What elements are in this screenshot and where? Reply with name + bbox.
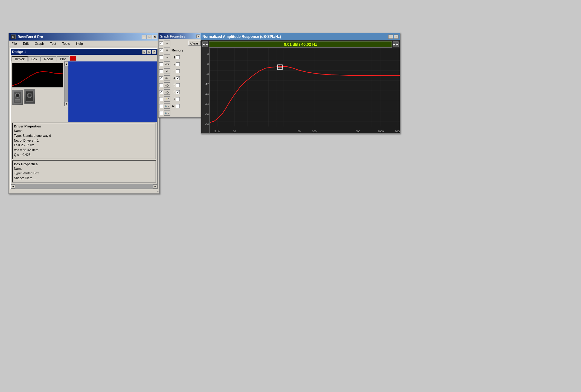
titlebar-left: B BassBox 6 Pro [11, 35, 43, 39]
vertical-scrollbar[interactable]: ▲ ▼ [64, 61, 68, 106]
maximize-button[interactable]: □ [147, 35, 152, 39]
speaker-svg [13, 91, 22, 104]
hscroll-track[interactable] [15, 184, 153, 189]
mem-check-7[interactable] [176, 97, 180, 101]
window-title: BassBox 6 Pro [18, 35, 43, 39]
gp-icon-scale[interactable]: ↕≡ [164, 54, 170, 60]
db-neg12: -12 [202, 83, 209, 86]
gp-row-7: =))- 5 [159, 82, 201, 88]
svg-rect-2 [16, 94, 19, 97]
gp-check-4[interactable] [159, 62, 163, 66]
design-close-btn[interactable]: ✕ [152, 50, 156, 54]
mem-check-1[interactable] [176, 55, 180, 59]
gp-check-9[interactable] [159, 97, 163, 101]
gp-check-5[interactable] [159, 69, 163, 73]
nar-nav-left-btn[interactable]: ◄◄ [202, 41, 208, 47]
design-title: Design 1 [12, 50, 26, 54]
color-swatch[interactable] [70, 56, 76, 61]
mem-check-5[interactable] [176, 83, 180, 87]
gp-icon-spk1[interactable]: ◉))- [164, 75, 170, 81]
menu-tools[interactable]: Tools [61, 41, 71, 46]
mem-check-all[interactable] [176, 104, 180, 108]
mem-num-1: 1 [171, 56, 175, 59]
db-neg6: -6 [202, 73, 209, 76]
gp-row-1: ✓ + Clear [159, 40, 201, 47]
gp-icon-plus[interactable]: + [164, 41, 170, 46]
freq-label-5hz: 5 Hz [215, 130, 220, 133]
menu-test[interactable]: Test [49, 41, 57, 46]
app-icon: B [11, 35, 16, 39]
gp-icon-house[interactable]: ⌂))- [164, 89, 170, 95]
db-6: 6 [202, 53, 209, 56]
preview-area: ▲ ▼ [11, 61, 68, 106]
nar-nav-right-btn[interactable]: ►► [393, 41, 399, 47]
design-copy-btn[interactable]: ⊟ [147, 50, 151, 54]
menu-file[interactable]: File [10, 41, 18, 46]
design-save-btn[interactable]: ⊡ [142, 50, 146, 54]
gp-icon-vol2[interactable]: 🔊▽ [164, 110, 170, 116]
speaker-icon-box [12, 90, 23, 105]
mem-check-2[interactable] [176, 62, 180, 66]
nar-title: Normalized Amplitude Response (dB-SPL/Hz… [202, 35, 281, 39]
db-0: 0 [202, 63, 209, 66]
nar-minimize-btn[interactable]: — [388, 35, 393, 39]
properties-area: Driver Properties Name: Type: Standard o… [11, 122, 157, 184]
gp-check-6[interactable]: ✓ [159, 76, 163, 80]
gp-check-2[interactable]: ✓ [159, 48, 163, 52]
gp-check-8[interactable]: ✓ [159, 90, 163, 94]
clear-button[interactable]: Clear [188, 41, 201, 46]
menu-help[interactable]: Help [75, 41, 84, 46]
gp-row-2: ✓ ⊞ Memory [159, 47, 201, 54]
box-type: Type: Vented Box [14, 171, 154, 176]
driver-vas: Vas = 86.42 liters [14, 148, 154, 153]
gp-icon-grid[interactable]: ⊞ [164, 48, 170, 53]
tab-driver[interactable]: Driver [11, 56, 28, 61]
tab-plot[interactable]: Plot [57, 56, 69, 61]
gp-check-11[interactable] [159, 111, 163, 115]
gp-check-10[interactable] [159, 104, 163, 108]
titlebar-buttons: — □ ✕ [142, 35, 157, 39]
gp-check-1[interactable]: ✓ [159, 41, 163, 45]
gp-check-7[interactable] [159, 83, 163, 87]
gp-icon-spk2[interactable]: =))- [164, 82, 170, 88]
graph-props-close-btn[interactable]: ✕ [196, 35, 200, 38]
freq-label-1000: 1000 [378, 130, 384, 133]
scroll-up-btn[interactable]: ▲ [64, 62, 69, 66]
tab-box[interactable]: Box [28, 56, 41, 61]
resize-grip[interactable]: // [9, 190, 159, 193]
nar-close-btn[interactable]: ✕ [394, 35, 399, 39]
mem-num-7: 7 [171, 97, 175, 101]
gp-row-4: ≡20K 2 [159, 61, 201, 68]
mem-check-6[interactable]: ✓ [176, 90, 180, 94]
memory-label: Memory [171, 49, 184, 52]
mem-num-2: 2 [171, 63, 175, 66]
menu-edit[interactable]: Edit [22, 41, 30, 46]
icon-area [12, 89, 63, 105]
db-neg30: -30 [202, 113, 209, 116]
freq-label-100: 100 [312, 130, 317, 133]
gp-icon-eq[interactable]: ⚡≡ [164, 96, 170, 102]
graph-props-content: ✓ + Clear ✓ ⊞ Memory ↕≡ 1 ≡20K 2 [159, 39, 201, 117]
db-labels: 6 0 -6 -12 -18 -24 -30 -36 [201, 48, 210, 133]
menubar: File Edit Graph Test Tools Help [9, 41, 159, 47]
scroll-thumb[interactable] [64, 66, 68, 102]
close-button[interactable]: ✕ [153, 35, 157, 39]
bassbox-titlebar: B BassBox 6 Pro — □ ✕ [9, 33, 159, 41]
scroll-down-btn[interactable]: ▼ [64, 102, 69, 106]
gp-check-3[interactable] [159, 55, 163, 59]
horizontal-scrollbar[interactable]: ◄ ► [11, 184, 157, 189]
hscroll-right-btn[interactable]: ► [153, 184, 157, 189]
gp-icon-arrow[interactable]: ↵ [164, 68, 170, 74]
hscroll-left-btn[interactable]: ◄ [11, 184, 15, 189]
driver-fs: Fs = 25.57 Hz [14, 143, 154, 148]
gp-icon-vol[interactable]: 🔊▽ [164, 103, 170, 109]
db-neg36: -36 [202, 123, 209, 126]
menu-graph[interactable]: Graph [34, 41, 45, 46]
minimize-button[interactable]: — [142, 35, 146, 39]
tab-room[interactable]: Room [41, 56, 56, 61]
mem-check-4[interactable]: ✓ [176, 76, 180, 80]
tab-bar: Driver Box Room Plot [11, 55, 157, 61]
gp-icon-20k[interactable]: ≡20K [164, 61, 170, 67]
mem-check-3[interactable] [176, 69, 180, 73]
mem-num-3: 3 [171, 70, 175, 73]
